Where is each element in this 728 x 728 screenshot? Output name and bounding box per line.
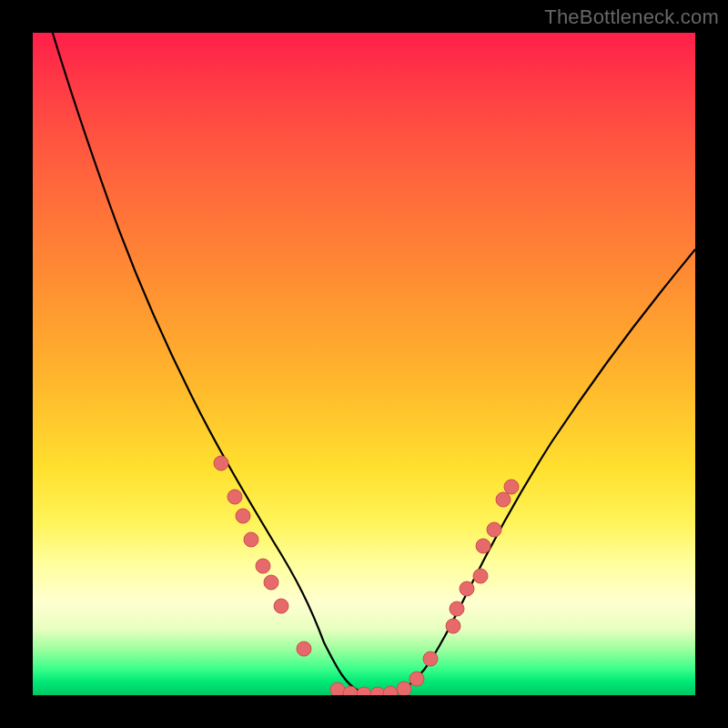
marker-dot [473, 569, 488, 583]
marker-dot [487, 522, 501, 537]
marker-dot [297, 642, 311, 656]
marker-dot [357, 687, 371, 695]
marker-dot [397, 682, 411, 695]
watermark-text: TheBottleneck.com [544, 5, 719, 29]
marker-dot [214, 456, 228, 470]
marker-dot [476, 539, 490, 553]
marker-dot [410, 672, 424, 686]
marker-dot [446, 619, 460, 633]
marker-dot [236, 509, 250, 523]
chart-frame: TheBottleneck.com [0, 0, 728, 728]
marker-dot [496, 492, 511, 507]
marker-dot [423, 652, 438, 666]
marker-dot [450, 602, 464, 616]
marker-dot [256, 559, 270, 573]
marker-dot [274, 599, 288, 613]
marker-dot [244, 532, 258, 547]
marker-dot [460, 581, 474, 596]
marker-dot [228, 490, 242, 504]
bottleneck-curve [53, 33, 695, 694]
marker-dot [383, 686, 398, 695]
marker-dot [343, 686, 358, 695]
marker-dot [504, 480, 519, 494]
marker-dot [264, 575, 278, 590]
plot-area [33, 33, 695, 695]
chart-svg [33, 33, 695, 695]
curve-markers [214, 456, 519, 695]
